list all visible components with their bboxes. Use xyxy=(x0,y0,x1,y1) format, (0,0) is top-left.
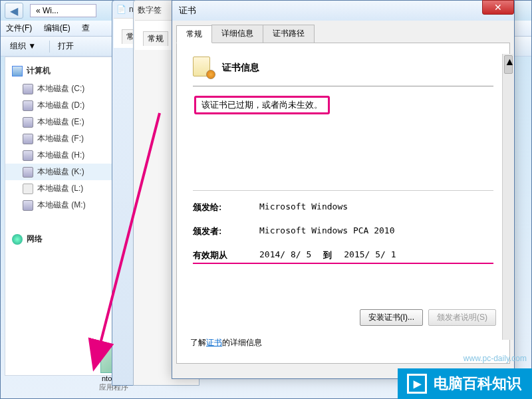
valid-to-value: 2015/ 5/ 1 xyxy=(344,249,396,261)
open-button[interactable]: 打开 xyxy=(54,39,78,53)
drive-icon xyxy=(23,150,33,161)
watermark-icon: ▸ xyxy=(407,374,427,394)
cert-tabs: 常规 详细信息 证书路径 xyxy=(176,25,510,43)
cert-footer: 了解证书的详细信息 xyxy=(190,337,262,348)
menu-file[interactable]: 文件(F) xyxy=(6,23,32,33)
menu-view[interactable]: 查 xyxy=(82,23,90,33)
certificate-window: 证书 ✕ 常规 详细信息 证书路径 证书信息 该证书已过期，或者尚未生效。 xyxy=(172,0,515,379)
divider xyxy=(49,41,50,53)
cert-learn-link[interactable]: 证书 xyxy=(206,338,222,347)
organize-button[interactable]: 组织 ▼ xyxy=(6,39,40,53)
drive-icon xyxy=(23,167,33,178)
scrollbar[interactable]: ▲ xyxy=(502,54,513,340)
install-cert-button[interactable]: 安装证书(I)... xyxy=(360,309,423,326)
watermark-url: www.pc-daily.com xyxy=(464,354,527,363)
menu-edit[interactable]: 编辑(E) xyxy=(44,23,70,33)
tab-general[interactable]: 常规 xyxy=(176,25,212,43)
drive-icon xyxy=(23,84,33,94)
breadcrumb[interactable]: « Wi... xyxy=(30,4,96,17)
close-icon: ✕ xyxy=(494,2,502,13)
certificate-title-text: 证书 xyxy=(179,5,196,17)
tab-details[interactable]: 详细信息 xyxy=(211,25,263,43)
issued-to-row: 颁发给: Microsoft Windows xyxy=(193,201,493,213)
tab-certpath[interactable]: 证书路径 xyxy=(263,25,315,43)
cert-panel: 证书信息 该证书已过期，或者尚未生效。 颁发给: Microsoft Windo… xyxy=(176,43,510,364)
cert-status: 该证书已过期，或者尚未生效。 xyxy=(193,93,493,117)
certificate-icon xyxy=(193,57,215,79)
drive-icon xyxy=(23,200,33,211)
watermark-banner: ▸ 电脑百科知识 xyxy=(398,368,532,399)
drive-icon xyxy=(23,100,33,111)
drive-icon xyxy=(23,184,33,194)
drive-icon xyxy=(23,117,33,128)
close-button[interactable]: ✕ xyxy=(482,0,514,15)
divider xyxy=(193,190,493,191)
divider xyxy=(193,86,493,86)
valid-from-value: 2014/ 8/ 5 xyxy=(259,249,311,261)
scrollbar-up[interactable]: ▲ xyxy=(504,55,513,74)
issued-to-label: 颁发给: xyxy=(193,201,259,213)
nav-back-button[interactable]: ◀ xyxy=(5,3,23,19)
sidebar-network-label: 网络 xyxy=(27,233,43,245)
watermark-text: 电脑百科知识 xyxy=(434,374,521,394)
issued-by-row: 颁发者: Microsoft Windows PCA 2010 xyxy=(193,225,493,237)
valid-to-label: 到 xyxy=(323,249,332,261)
network-icon xyxy=(12,234,23,245)
cert-status-text: 该证书已过期，或者尚未生效。 xyxy=(194,96,330,114)
valid-from-label: 有效期从 xyxy=(193,249,259,261)
computer-icon xyxy=(12,66,23,76)
issued-by-label: 颁发者: xyxy=(193,225,259,237)
issued-to-value: Microsoft Windows xyxy=(259,201,348,213)
tab-partial-2[interactable]: 常规 xyxy=(143,31,168,46)
issued-by-value: Microsoft Windows PCA 2010 xyxy=(259,225,395,237)
drive-icon xyxy=(23,134,33,144)
issuer-statement-button[interactable]: 颁发者说明(S) xyxy=(428,309,496,326)
certificate-titlebar: 证书 xyxy=(172,1,514,21)
cert-info-title: 证书信息 xyxy=(222,62,259,74)
validity-row: 有效期从 2014/ 8/ 5 到 2015/ 5/ 1 xyxy=(193,249,493,264)
sidebar-computer-label: 计算机 xyxy=(27,65,51,76)
